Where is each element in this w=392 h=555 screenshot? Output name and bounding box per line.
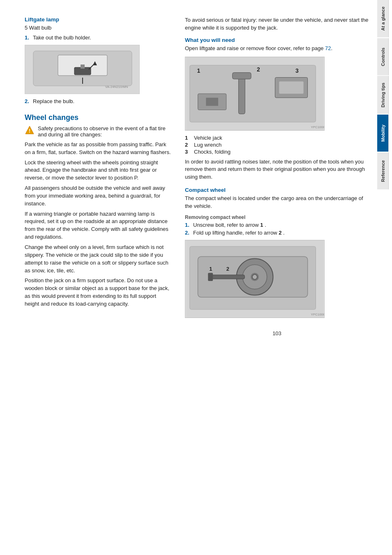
sidebar-tab-controls[interactable]: Controls <box>377 38 389 75</box>
wheel-para-5: Change the wheel only on a level, firm s… <box>25 244 171 274</box>
what-you-will-need-section: What you will need Open liftgate and rai… <box>185 37 369 181</box>
remove-step-2: 2. Fold up lifting handle, refer to arro… <box>185 230 369 236</box>
liftgate-step2: 2. Replace the bulb. <box>25 98 171 104</box>
svg-text:VA-24N210/MN: VA-24N210/MN <box>105 85 128 89</box>
page-number: 103 <box>185 330 369 336</box>
svg-rect-30 <box>210 275 244 279</box>
removing-compact-wheel-heading: Removing compact wheel <box>185 214 369 220</box>
svg-point-29 <box>252 274 257 279</box>
tools-diagram-image: 1 2 3 YPC1008505VN <box>185 57 325 131</box>
main-content: Liftgate lamp 5 Watt bulb 1. Take out th… <box>0 0 377 555</box>
safety-note: To avoid serious or fatal injury: never … <box>185 16 369 32</box>
svg-text:2: 2 <box>226 266 229 272</box>
wheel-changes-section: Wheel changes ! Safety precautions to ob… <box>25 113 171 308</box>
liftgate-lamp-section: Liftgate lamp 5 Watt bulb 1. Take out th… <box>25 16 171 104</box>
tools-diagram-svg: 1 2 3 YPC1008505VN <box>185 57 324 130</box>
svg-rect-16 <box>233 72 251 79</box>
svg-rect-14 <box>206 97 218 106</box>
svg-text:!: ! <box>29 128 30 134</box>
wheel-para-1: Park the vehicle as far as possible from… <box>25 141 171 157</box>
liftgate-diagram-svg: VA-24N210/MN <box>25 45 139 94</box>
svg-rect-4 <box>81 64 85 69</box>
sidebar: At a glance Controls Driving tips Mobili… <box>377 0 392 555</box>
remove-step-1: 1. Unscrew bolt, refer to arrow 1 . <box>185 222 369 228</box>
page-link[interactable]: 72 <box>325 45 331 51</box>
wheel-para-2: Lock the steering wheel with the wheels … <box>25 159 171 182</box>
svg-text:YPC1008505VN: YPC1008505VN <box>311 125 324 129</box>
wheel-changes-heading: Wheel changes <box>25 113 171 122</box>
sidebar-tab-driving-tips[interactable]: Driving tips <box>377 76 389 114</box>
sidebar-tab-mobility[interactable]: Mobility <box>377 115 389 152</box>
what-you-will-need-desc: Open liftgate and raise or remove floor … <box>185 45 369 53</box>
page-container: Liftgate lamp 5 Watt bulb 1. Take out th… <box>0 0 392 555</box>
wheel-para-6: Position the jack on a firm support surf… <box>25 277 171 308</box>
remove-wheel-image: 1 2 YPC1008605VN <box>185 240 325 318</box>
compact-wheel-section: Compact wheel The compact wheel is locat… <box>185 187 369 210</box>
svg-rect-15 <box>238 73 245 114</box>
warning-icon: ! <box>25 125 35 135</box>
what-you-will-need-heading: What you will need <box>185 37 369 43</box>
right-column: To avoid serious or fatal injury: never … <box>181 16 369 539</box>
wheel-para-4: If a warning triangle or portable hazard… <box>25 210 171 241</box>
liftgate-step1: 1. Take out the bulb holder. <box>25 35 171 41</box>
remove-wheel-diagram-svg: 1 2 YPC1008605VN <box>185 240 324 318</box>
svg-text:YPC1008605VN: YPC1008605VN <box>311 313 324 316</box>
liftgate-image: VA-24N210/MN <box>25 45 140 94</box>
compact-wheel-heading: Compact wheel <box>185 187 369 193</box>
tool-item-3: 3 Chocks, folding <box>185 149 369 155</box>
bulb-spec: 5 Watt bulb <box>25 24 171 32</box>
tools-list: 1 Vehicle jack 2 Lug wrench 3 Chocks, fo… <box>185 135 369 155</box>
compact-wheel-desc: The compact wheel is located under the c… <box>185 195 369 210</box>
tools-note: In order to avoid rattling noises later,… <box>185 158 369 182</box>
svg-text:3: 3 <box>295 67 299 74</box>
wheel-para-3: All passengers should be outside the veh… <box>25 184 171 208</box>
warning-box: ! Safety precautions to observe in the e… <box>25 125 171 138</box>
tool-item-1: 1 Vehicle jack <box>185 135 369 141</box>
svg-rect-31 <box>208 273 213 281</box>
liftgate-lamp-heading: Liftgate lamp <box>25 16 171 23</box>
svg-rect-18 <box>279 81 303 94</box>
sidebar-tab-at-a-glance[interactable]: At a glance <box>377 0 389 37</box>
svg-text:1: 1 <box>197 67 201 74</box>
sidebar-tab-reference[interactable]: Reference <box>377 152 389 189</box>
left-column: Liftgate lamp 5 Watt bulb 1. Take out th… <box>25 16 181 539</box>
tool-item-2: 2 Lug wrench <box>185 142 369 148</box>
removing-compact-wheel-section: Removing compact wheel 1. Unscrew bolt, … <box>185 214 369 318</box>
svg-text:2: 2 <box>257 66 260 72</box>
svg-text:1: 1 <box>209 266 212 272</box>
